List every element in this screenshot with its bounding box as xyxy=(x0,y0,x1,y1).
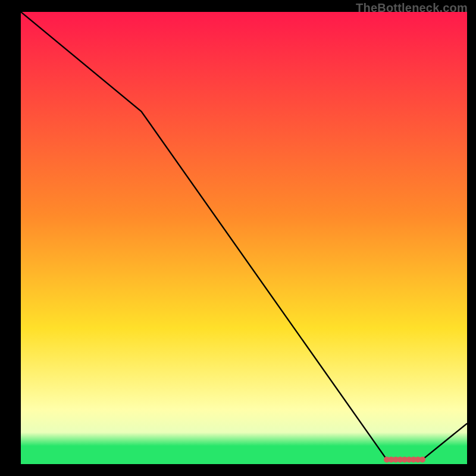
bottleneck-chart xyxy=(21,12,467,464)
gradient-background xyxy=(21,12,467,464)
plot-area xyxy=(21,12,467,464)
optimal-range-markers xyxy=(384,456,425,462)
optimal-marker xyxy=(419,456,425,462)
chart-frame: TheBottleneck.com xyxy=(0,0,476,476)
